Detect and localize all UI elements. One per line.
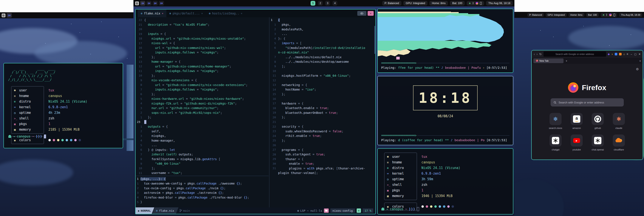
- code-line: 25 };: [270, 138, 376, 143]
- cloud: [0, 159, 73, 185]
- shortcut-tile-claude[interactable]: ✱claude: [611, 113, 627, 129]
- maximize-button[interactable]: ▢: [634, 53, 636, 56]
- shortcut-tile-chatgpt[interactable]: chatgpt: [548, 134, 564, 151]
- color-dot: [53, 139, 55, 141]
- tasklist-item[interactable]: $W: [159, 1, 164, 6]
- github-icon: [592, 113, 604, 125]
- fetch-row-memory: ▦memory2185 | 15394 MiB: [12, 127, 44, 132]
- prompt-chevrons: ))): [36, 134, 42, 138]
- monitor-main: $W$W$W$W 1234 P: BalancedGPU: Integrated…: [134, 0, 514, 216]
- terminal-clock[interactable]: 18:18 08/08/24 =====================> Pl…: [377, 76, 513, 145]
- status-modules: P: BalancedGPU: IntegratedHome: 8msBat: …: [382, 1, 513, 6]
- workspace-button-4[interactable]: 4: [332, 1, 337, 6]
- user-value: tux: [48, 88, 54, 92]
- lsp-label: LSP ~ null-ls: [300, 209, 322, 212]
- terminal-visualizer[interactable]: =====================> Playing: ffee for…: [377, 9, 513, 73]
- close-window-button[interactable]: ✕: [368, 11, 374, 16]
- tasklist-item[interactable]: $W: [146, 1, 152, 6]
- right-top-bar: P: BalancedGPU: IntegratedHome: 6msBat: …: [514, 12, 644, 18]
- fetch-row-kernel: ⌨kernel6.9.8-zen1: [384, 171, 417, 176]
- systray: ♣ᛒ: [467, 1, 484, 6]
- editor-pane-flake[interactable]: 22{21 description = "tux's NixOS Flake";…: [136, 17, 268, 207]
- shortcut-tile-cloudflare[interactable]: cloudflare: [611, 134, 627, 151]
- ghost-icon: [8, 135, 12, 138]
- workspace-button-1[interactable]: 1: [310, 1, 315, 6]
- buffer-tab[interactable]: ❄hosts/isoImag..✕: [206, 10, 245, 17]
- darkreader-icon[interactable]: ◗: [612, 53, 613, 55]
- uptime-icon: ◷: [387, 178, 392, 181]
- terminal-palette-dots: [48, 139, 81, 141]
- left-top-bar: $W: [0, 12, 134, 18]
- shell-value: zsh: [48, 116, 54, 120]
- tasklist-item[interactable]: $W: [7, 13, 12, 18]
- shortcut-tile-amazon[interactable]: aamazon: [569, 113, 584, 129]
- workspace-button-3[interactable]: 3: [325, 1, 330, 6]
- bluetooth-icon[interactable]: ᛒ: [472, 2, 474, 5]
- shortcut-tile-chat.openai[interactable]: chat.openai: [590, 134, 606, 151]
- hname-icon: ≡: [14, 94, 19, 98]
- buffer-tab[interactable]: ❄pkgs/default...✕: [166, 10, 206, 17]
- phone-icon[interactable]: [480, 2, 482, 5]
- pkgs-value: 1: [48, 122, 50, 126]
- shell-prompt[interactable]: → canopus ~ ))): [8, 134, 46, 138]
- firefox-window[interactable]: ‹ › ↻ Search with Google or enter addres…: [531, 50, 643, 160]
- new-tab-button[interactable]: +: [566, 59, 567, 63]
- prompt-host: canopus: [390, 207, 403, 211]
- code-lines-flake: 22{21 description = "tux's NixOS Flake";…: [136, 17, 268, 175]
- media-orb-icon[interactable]: [476, 2, 478, 5]
- eye-toggle-button[interactable]: [357, 11, 366, 16]
- tree-icon[interactable]: ♣: [469, 2, 471, 5]
- color-dot: [74, 139, 77, 141]
- tasklist-item[interactable]: $W: [152, 1, 158, 6]
- editor-pane-packages[interactable]: 1{pkgs, ...}: {1 tux-awesome-wm-config =…: [136, 176, 268, 207]
- git-branch-segment: main: [180, 209, 190, 212]
- monitor-right: P: BalancedGPU: IntegratedHome: 6msBat: …: [514, 0, 644, 216]
- reload-button[interactable]: ↻: [539, 52, 542, 56]
- userscript-icon[interactable]: ⌂: [623, 53, 625, 55]
- back-button[interactable]: ‹: [534, 52, 535, 56]
- shortcut-tile-search.nixos[interactable]: ❄search.nixos: [548, 113, 564, 129]
- shortcut-tile-youtube[interactable]: ▶youtube: [569, 134, 584, 151]
- menu-hamburger-icon[interactable]: ≡: [626, 53, 628, 55]
- code-line: 6 "${modulesPath}/installer/cd-dvd/insta…: [270, 46, 376, 50]
- newtab-search-input[interactable]: Search with Google or enter address: [550, 98, 624, 106]
- scrollbar-thumb[interactable]: [374, 26, 375, 54]
- color-dot: [70, 139, 72, 141]
- workspace-button-2[interactable]: 2: [318, 1, 323, 6]
- minimize-button[interactable]: –: [631, 53, 632, 56]
- ublock-icon[interactable]: [615, 53, 617, 55]
- phone-icon[interactable]: [614, 14, 615, 16]
- prompt-host: canopus: [17, 134, 30, 138]
- buffer-tab[interactable]: ❄flake.nix✕: [138, 10, 166, 17]
- media-orb-icon[interactable]: [609, 14, 612, 16]
- launcher-grid-icon[interactable]: [135, 2, 139, 5]
- status-pill: GPU: Integrated: [403, 1, 428, 6]
- shortcut-tile-github[interactable]: github: [590, 113, 606, 129]
- shell-prompt[interactable]: → canopus ~ ))): [381, 207, 419, 211]
- horizontal-split-divider[interactable]: [136, 176, 268, 176]
- terminal-fastfetch-right[interactable]: ☻usertux≡hnamecanopus❄distroNixOS 24.11 …: [377, 148, 513, 214]
- url-bar[interactable]: Search with Google or enter address: [544, 52, 606, 57]
- editor-pane-iso[interactable]: 1{1 pkgs,2 modulesPath,3 ...4}: {5 impor…: [269, 17, 376, 207]
- memory-value: 1946 | 15394 MiB: [422, 194, 453, 198]
- code-line: 14 hostName = "iso";: [270, 87, 376, 92]
- personalize-gear-icon[interactable]: ⚙: [636, 67, 639, 71]
- code-line: 14 };: [136, 55, 268, 60]
- bitwarden-icon[interactable]: ◆: [608, 53, 610, 55]
- forward-button[interactable]: ›: [536, 52, 538, 56]
- tab-list-chevron-icon[interactable]: ∨: [639, 60, 641, 62]
- bluetooth-icon[interactable]: ᛒ: [606, 14, 608, 16]
- metamask-icon[interactable]: [619, 53, 622, 55]
- close-button[interactable]: ✕: [638, 53, 640, 56]
- code-line: 2 sops-nix.url = "github:Mic92/sops-nix"…: [136, 110, 268, 115]
- terminal-fastfetch-left[interactable]: _ ___ ____ ____ / |/ (_)_ __ / __ \/ __/…: [4, 63, 123, 148]
- tasklist-item[interactable]: $W: [140, 1, 145, 6]
- clock-time: 18:18: [419, 90, 472, 106]
- neovim-window[interactable]: ❄flake.nix✕❄pkgs/default...✕❄hosts/isoIm…: [135, 9, 376, 214]
- claude-icon: ✱: [613, 113, 625, 125]
- tree-icon[interactable]: ♣: [603, 14, 604, 16]
- status-pill: Bat: 100: [586, 13, 599, 17]
- tab-new-tab[interactable]: New Tab: [533, 58, 564, 63]
- color-dot: [447, 205, 450, 208]
- launcher-grid-icon[interactable]: [2, 14, 6, 17]
